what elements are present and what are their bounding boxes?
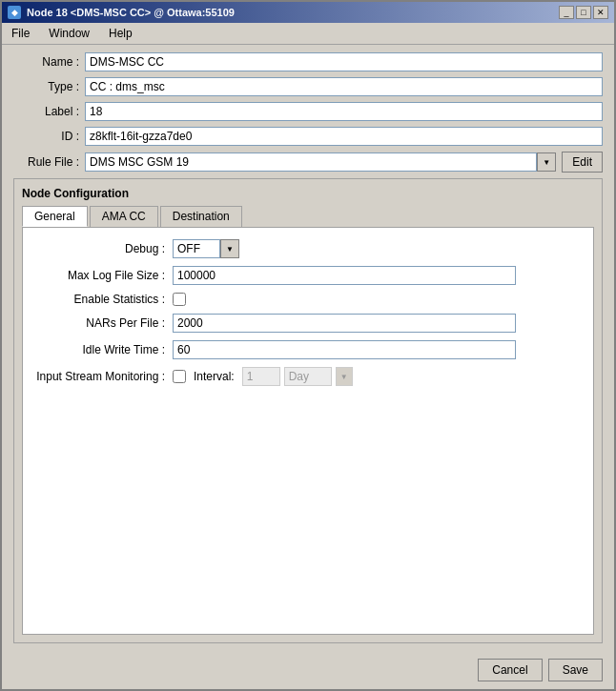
title-bar-left: ◆ Node 18 <DMS-MSC CC> @ Ottawa:55109 [8, 6, 235, 19]
day-field [284, 367, 332, 386]
label-label: Label : [13, 105, 85, 118]
name-label: Name : [13, 55, 85, 69]
rule-file-row: Rule File : ▼ Edit [13, 152, 603, 173]
menu-window[interactable]: Window [43, 25, 95, 42]
tab-destination[interactable]: Destination [160, 206, 242, 227]
nars-label: NARs Per File : [34, 316, 173, 330]
max-log-label: Max Log File Size : [34, 269, 173, 282]
idle-write-field[interactable] [173, 340, 516, 359]
debug-select-wrap: ▼ [173, 239, 239, 258]
name-row: Name : [13, 52, 603, 71]
cancel-button[interactable]: Cancel [478, 659, 542, 681]
main-window: ◆ Node 18 <DMS-MSC CC> @ Ottawa:55109 _ … [0, 0, 616, 691]
type-row: Type : [13, 77, 603, 96]
app-icon: ◆ [8, 6, 21, 19]
node-configuration: Node Configuration General AMA CC Destin… [13, 178, 603, 643]
stream-controls: Interval: ▼ [173, 367, 353, 386]
window-title: Node 18 <DMS-MSC CC> @ Ottawa:55109 [27, 7, 235, 18]
nars-field[interactable] [173, 314, 516, 333]
menu-file[interactable]: File [6, 25, 35, 42]
id-field[interactable] [85, 127, 603, 146]
interval-label: Interval: [190, 370, 238, 383]
debug-dropdown-button[interactable]: ▼ [220, 239, 239, 258]
debug-field[interactable] [173, 239, 220, 258]
menu-bar: File Window Help [2, 23, 614, 45]
tabs-container: General AMA CC Destination [22, 206, 594, 227]
enable-stats-checkbox[interactable] [173, 293, 186, 306]
tab-general[interactable]: General [22, 206, 88, 227]
content-area: Name : Type : Label : ID : Rule File : ▼… [2, 45, 614, 651]
window-controls: _ □ ✕ [559, 6, 608, 19]
max-log-row: Max Log File Size : [34, 266, 582, 285]
bottom-buttons: Cancel Save [2, 651, 614, 689]
tab-ama-cc[interactable]: AMA CC [90, 206, 158, 227]
debug-row: Debug : ▼ [34, 239, 582, 258]
enable-stats-label: Enable Statistics : [34, 293, 173, 306]
nars-row: NARs Per File : [34, 314, 582, 333]
enable-stats-row: Enable Statistics : [34, 293, 582, 306]
max-log-field[interactable] [173, 266, 516, 285]
type-label: Type : [13, 80, 85, 93]
label-row: Label : [13, 102, 603, 121]
minimize-button[interactable]: _ [559, 6, 574, 19]
label-field[interactable] [85, 102, 603, 121]
name-field[interactable] [85, 52, 603, 71]
node-config-title: Node Configuration [22, 187, 594, 200]
rule-file-select-wrap: ▼ [85, 152, 556, 172]
tab-content-general: Debug : ▼ Max Log File Size : Enable Sta… [22, 227, 594, 635]
close-button[interactable]: ✕ [593, 6, 608, 19]
save-button[interactable]: Save [548, 659, 603, 681]
edit-button[interactable]: Edit [562, 152, 603, 173]
stream-monitoring-row: Input Stream Monitoring : Interval: ▼ [34, 367, 582, 386]
rule-file-label: Rule File : [13, 155, 85, 169]
idle-write-label: Idle Write Time : [34, 343, 173, 356]
rule-file-dropdown-button[interactable]: ▼ [537, 152, 556, 172]
idle-write-row: Idle Write Time : [34, 340, 582, 359]
title-bar: ◆ Node 18 <DMS-MSC CC> @ Ottawa:55109 _ … [2, 2, 614, 23]
id-row: ID : [13, 127, 603, 146]
rule-file-field[interactable] [85, 152, 537, 172]
type-field[interactable] [85, 77, 603, 96]
maximize-button[interactable]: □ [576, 6, 591, 19]
id-label: ID : [13, 130, 85, 143]
day-dropdown-button: ▼ [336, 367, 353, 386]
stream-monitoring-label: Input Stream Monitoring : [34, 370, 173, 383]
interval-field [242, 367, 280, 386]
menu-help[interactable]: Help [103, 25, 138, 42]
stream-monitoring-checkbox[interactable] [173, 370, 186, 383]
debug-label: Debug : [34, 242, 173, 255]
